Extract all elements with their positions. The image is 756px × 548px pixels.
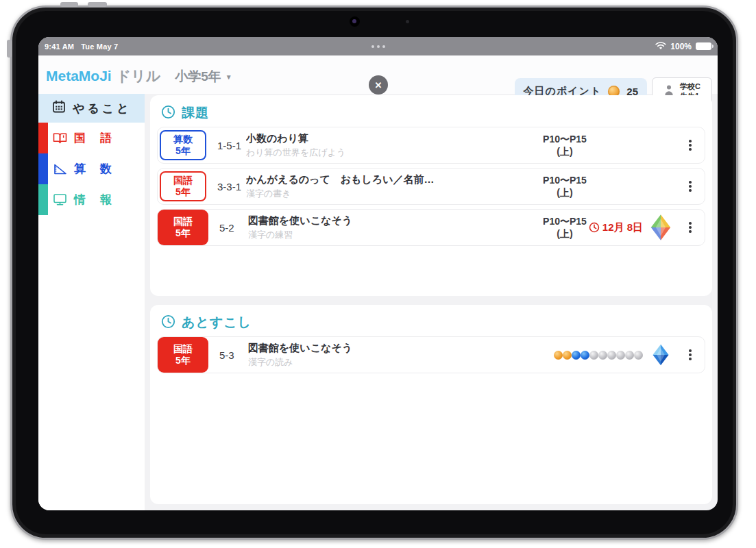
progress-dots [554, 351, 643, 360]
assignment-subtitle: 漢字の練習 [248, 229, 352, 241]
volume-button [88, 2, 107, 7]
content-area: やること 国 語 算 数 情 報 [38, 94, 718, 510]
ipad-frame: 9:41 AM Tue May 7 100% [10, 5, 738, 540]
ruler-icon [52, 163, 67, 175]
assignment-row[interactable]: 国語 5年 5-3 図書館を使いこなそう 漢字の読み [157, 336, 705, 373]
screen: 9:41 AM Tue May 7 100% [38, 37, 718, 510]
assignment-row[interactable]: 算数 5年 1-5-1 小数のわり算 わり算の世界を広げよう P10〜P15(上… [157, 127, 705, 164]
progress-orb-gray [634, 351, 643, 360]
battery-icon [696, 42, 711, 50]
status-bar: 9:41 AM Tue May 7 100% [38, 37, 718, 55]
assignment-subtitle: わり算の世界を広げよう [246, 147, 345, 159]
progress-orb-gray [625, 351, 634, 360]
sidebar-item-kokugo[interactable]: 国 語 [38, 123, 145, 153]
page-range: P10〜P15(上) [531, 133, 599, 158]
sidebar-item-joho[interactable]: 情 報 [38, 184, 145, 215]
monitor-icon [52, 193, 67, 206]
assignment-row[interactable]: 国語 5年 3-3-1 かんがえるのって おもしろい／名前… 漢字の書き P10… [157, 168, 705, 205]
clock-icon [161, 314, 175, 332]
row-menu-button[interactable] [684, 347, 696, 363]
sidebar-item-sansu[interactable]: 算 数 [38, 153, 145, 184]
calendar-icon [52, 100, 66, 116]
subject-color-bar [38, 123, 48, 153]
progress-orb-gray [607, 351, 616, 360]
book-icon [52, 132, 67, 144]
app-logo: MetaMoJi [46, 68, 112, 84]
battery-percent: 100% [670, 42, 692, 51]
section-title: 課題 [182, 104, 209, 122]
gem-blue-icon [648, 342, 673, 367]
assignment-subtitle: 漢字の書き [246, 188, 435, 200]
sidebar-item-label: 情 報 [74, 192, 113, 208]
sidebar-item-label: 国 語 [74, 130, 113, 146]
status-date: Tue May 7 [81, 42, 118, 51]
assignment-code: 5-3 [219, 349, 248, 361]
assignment-code: 1-5-1 [217, 140, 246, 151]
subject-grade-badge: 算数 5年 [160, 130, 206, 160]
sidebar: やること 国 語 算 数 情 報 [38, 94, 145, 510]
close-button[interactable]: ✕ [369, 75, 388, 95]
assignment-subtitle: 漢字の読み [248, 356, 352, 369]
subject-color-bar [38, 184, 48, 215]
subject-color-bar [38, 153, 48, 184]
page: 9:41 AM Tue May 7 100% [0, 0, 756, 548]
assignment-code: 5-2 [219, 222, 248, 234]
status-ellipsis-icon [371, 45, 385, 48]
subject-grade-badge: 国語 5年 [158, 210, 208, 245]
sidebar-item-label: やること [73, 101, 132, 116]
wifi-icon [655, 40, 666, 53]
chevron-down-icon: ▼ [225, 73, 232, 81]
page-range: P10〜P15(上) [531, 174, 599, 199]
main-area: 課題 算数 5年 1-5-1 小数のわり算 わり算の世界を広げよう P10〜P1… [150, 94, 712, 510]
due-date: 12月 8日 [589, 221, 643, 234]
progress-orb-gray [616, 351, 625, 360]
subject-grade-badge: 国語 5年 [158, 337, 208, 373]
volume-button [60, 2, 78, 7]
section-almost-done: あとすこし 国語 5年 5-3 図書館を使いこなそう 漢字の読み [150, 305, 712, 504]
grade-label: 小学5年 [175, 68, 221, 86]
sidebar-item-todo[interactable]: やること [38, 94, 145, 123]
assignment-title: 図書館を使いこなそう [248, 214, 352, 227]
progress-orb-blue [581, 351, 589, 360]
section-assignments: 課題 算数 5年 1-5-1 小数のわり算 わり算の世界を広げよう P10〜P1… [150, 95, 712, 296]
status-time: 9:41 AM [45, 42, 74, 51]
section-title: あとすこし [182, 314, 252, 332]
progress-orb-gray [589, 351, 598, 360]
clock-icon [161, 105, 175, 122]
assignment-code: 3-3-1 [217, 181, 246, 192]
row-menu-button[interactable] [684, 219, 696, 236]
progress-orb-orange [554, 351, 563, 360]
app-name: ドリル [117, 66, 160, 86]
progress-orb-gray [598, 351, 607, 360]
sidebar-item-label: 算 数 [74, 161, 113, 177]
side-button [7, 40, 12, 58]
user-school: 学校C [680, 82, 700, 91]
assignment-title: 図書館を使いこなそう [248, 342, 352, 355]
subject-grade-badge: 国語 5年 [160, 171, 206, 201]
gem-rainbow-icon [648, 214, 673, 241]
close-icon: ✕ [375, 80, 382, 90]
progress-orb-orange [563, 351, 572, 360]
assignment-title: 小数のわり算 [246, 132, 345, 145]
row-menu-button[interactable] [684, 178, 696, 195]
assignment-row[interactable]: 国語 5年 5-2 図書館を使いこなそう 漢字の練習 P10〜P15(上) 12… [157, 209, 705, 246]
progress-orb-blue [572, 351, 581, 360]
grade-selector[interactable]: 小学5年 ▼ [175, 68, 232, 86]
camera-sensor [406, 20, 409, 23]
front-camera [350, 16, 360, 27]
assignment-title: かんがえるのって おもしろい／名前… [246, 173, 435, 186]
row-menu-button[interactable] [684, 137, 696, 153]
